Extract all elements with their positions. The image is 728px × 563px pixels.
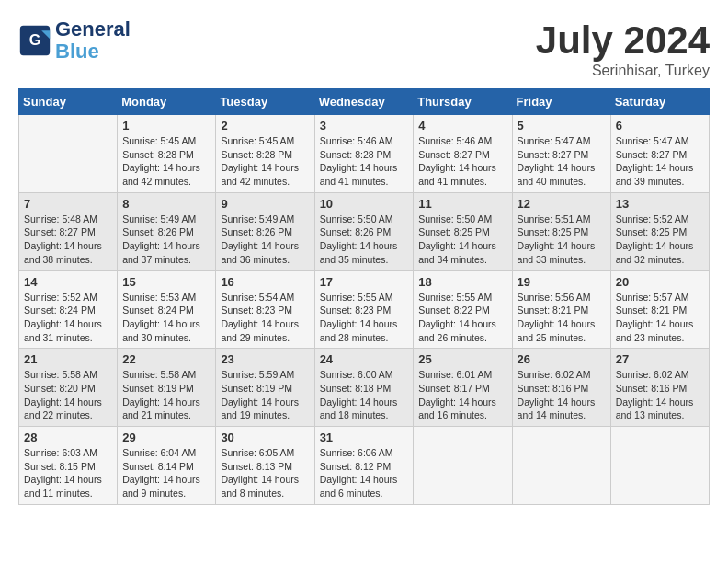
- day-number: 20: [616, 275, 704, 289]
- week-row-2: 7Sunrise: 5:48 AM Sunset: 8:27 PM Daylig…: [19, 192, 710, 270]
- week-row-1: 1Sunrise: 5:45 AM Sunset: 8:28 PM Daylig…: [19, 115, 710, 193]
- day-info: Sunrise: 5:58 AM Sunset: 8:19 PM Dayligh…: [122, 368, 210, 422]
- day-info: Sunrise: 5:47 AM Sunset: 8:27 PM Dayligh…: [616, 134, 704, 189]
- day-info: Sunrise: 6:06 AM Sunset: 8:12 PM Dayligh…: [320, 446, 409, 500]
- day-number: 25: [418, 352, 506, 366]
- day-number: 28: [24, 431, 112, 444]
- day-number: 30: [221, 431, 309, 444]
- calendar-table: SundayMondayTuesdayWednesdayThursdayFrid…: [18, 88, 710, 505]
- calendar-cell: 17Sunrise: 5:55 AM Sunset: 8:23 PM Dayli…: [314, 270, 414, 349]
- logo-text-blue: Blue: [55, 40, 131, 63]
- day-number: 12: [518, 197, 606, 211]
- day-info: Sunrise: 5:46 AM Sunset: 8:28 PM Dayligh…: [320, 134, 409, 189]
- day-info: Sunrise: 5:49 AM Sunset: 8:26 PM Dayligh…: [122, 213, 210, 267]
- day-info: Sunrise: 5:54 AM Sunset: 8:23 PM Dayligh…: [221, 291, 309, 345]
- day-number: 8: [122, 197, 210, 211]
- day-number: 10: [320, 197, 409, 211]
- calendar-cell: 31Sunrise: 6:06 AM Sunset: 8:12 PM Dayli…: [314, 427, 414, 505]
- calendar-cell: 7Sunrise: 5:48 AM Sunset: 8:27 PM Daylig…: [19, 192, 118, 270]
- day-number: 21: [24, 352, 112, 366]
- day-info: Sunrise: 5:48 AM Sunset: 8:27 PM Dayligh…: [24, 213, 112, 267]
- calendar-cell: [512, 427, 610, 505]
- day-number: 9: [221, 197, 309, 211]
- day-number: 27: [616, 352, 704, 366]
- week-row-4: 21Sunrise: 5:58 AM Sunset: 8:20 PM Dayli…: [19, 349, 710, 427]
- weekday-header-saturday: Saturday: [610, 89, 709, 115]
- weekday-header-thursday: Thursday: [414, 89, 512, 115]
- calendar-cell: 24Sunrise: 6:00 AM Sunset: 8:18 PM Dayli…: [314, 349, 414, 427]
- calendar-cell: 3Sunrise: 5:46 AM Sunset: 8:28 PM Daylig…: [314, 115, 414, 193]
- calendar-cell: 30Sunrise: 6:05 AM Sunset: 8:13 PM Dayli…: [216, 427, 314, 505]
- weekday-header-row: SundayMondayTuesdayWednesdayThursdayFrid…: [19, 89, 710, 115]
- day-number: 17: [320, 275, 409, 289]
- calendar-cell: [19, 115, 118, 193]
- calendar-cell: 2Sunrise: 5:45 AM Sunset: 8:28 PM Daylig…: [216, 115, 314, 193]
- day-info: Sunrise: 6:03 AM Sunset: 8:15 PM Dayligh…: [24, 446, 112, 500]
- day-info: Sunrise: 5:51 AM Sunset: 8:25 PM Dayligh…: [518, 213, 606, 267]
- calendar-cell: 15Sunrise: 5:53 AM Sunset: 8:24 PM Dayli…: [118, 270, 216, 349]
- calendar-cell: 11Sunrise: 5:50 AM Sunset: 8:25 PM Dayli…: [414, 192, 512, 270]
- calendar-cell: 12Sunrise: 5:51 AM Sunset: 8:25 PM Dayli…: [512, 192, 610, 270]
- day-number: 14: [24, 275, 112, 289]
- title-block: July 2024 Serinhisar, Turkey: [536, 18, 710, 79]
- page-header: G General Blue July 2024 Serinhisar, Tur…: [18, 18, 710, 79]
- weekday-header-tuesday: Tuesday: [216, 89, 314, 115]
- day-number: 23: [221, 352, 309, 366]
- day-number: 1: [122, 119, 210, 132]
- week-row-5: 28Sunrise: 6:03 AM Sunset: 8:15 PM Dayli…: [19, 427, 710, 505]
- calendar-cell: 23Sunrise: 5:59 AM Sunset: 8:19 PM Dayli…: [216, 349, 314, 427]
- calendar-cell: 28Sunrise: 6:03 AM Sunset: 8:15 PM Dayli…: [19, 427, 118, 505]
- day-info: Sunrise: 5:55 AM Sunset: 8:23 PM Dayligh…: [320, 291, 409, 345]
- day-info: Sunrise: 5:52 AM Sunset: 8:25 PM Dayligh…: [616, 213, 704, 267]
- weekday-header-friday: Friday: [512, 89, 610, 115]
- calendar-cell: 19Sunrise: 5:56 AM Sunset: 8:21 PM Dayli…: [512, 270, 610, 349]
- day-info: Sunrise: 5:46 AM Sunset: 8:27 PM Dayligh…: [418, 134, 506, 189]
- day-number: 11: [418, 197, 506, 211]
- logo: G General Blue: [18, 18, 131, 63]
- day-info: Sunrise: 5:58 AM Sunset: 8:20 PM Dayligh…: [24, 368, 112, 422]
- day-info: Sunrise: 6:02 AM Sunset: 8:16 PM Dayligh…: [518, 368, 606, 422]
- day-info: Sunrise: 6:05 AM Sunset: 8:13 PM Dayligh…: [221, 446, 309, 500]
- logo-icon: G: [18, 24, 51, 57]
- calendar-cell: [414, 427, 512, 505]
- day-info: Sunrise: 5:45 AM Sunset: 8:28 PM Dayligh…: [122, 134, 210, 189]
- day-info: Sunrise: 5:47 AM Sunset: 8:27 PM Dayligh…: [518, 134, 606, 189]
- day-info: Sunrise: 6:02 AM Sunset: 8:16 PM Dayligh…: [616, 368, 704, 422]
- week-row-3: 14Sunrise: 5:52 AM Sunset: 8:24 PM Dayli…: [19, 270, 710, 349]
- calendar-cell: 1Sunrise: 5:45 AM Sunset: 8:28 PM Daylig…: [118, 115, 216, 193]
- day-info: Sunrise: 6:00 AM Sunset: 8:18 PM Dayligh…: [320, 368, 409, 422]
- calendar-cell: 8Sunrise: 5:49 AM Sunset: 8:26 PM Daylig…: [118, 192, 216, 270]
- calendar-cell: 29Sunrise: 6:04 AM Sunset: 8:14 PM Dayli…: [118, 427, 216, 505]
- calendar-cell: [610, 427, 709, 505]
- day-info: Sunrise: 5:50 AM Sunset: 8:25 PM Dayligh…: [418, 213, 506, 267]
- day-number: 29: [122, 431, 210, 444]
- calendar-cell: 4Sunrise: 5:46 AM Sunset: 8:27 PM Daylig…: [414, 115, 512, 193]
- weekday-header-sunday: Sunday: [19, 89, 118, 115]
- calendar-cell: 21Sunrise: 5:58 AM Sunset: 8:20 PM Dayli…: [19, 349, 118, 427]
- day-info: Sunrise: 5:50 AM Sunset: 8:26 PM Dayligh…: [320, 213, 409, 267]
- calendar-cell: 16Sunrise: 5:54 AM Sunset: 8:23 PM Dayli…: [216, 270, 314, 349]
- calendar-cell: 18Sunrise: 5:55 AM Sunset: 8:22 PM Dayli…: [414, 270, 512, 349]
- day-number: 15: [122, 275, 210, 289]
- calendar-cell: 20Sunrise: 5:57 AM Sunset: 8:21 PM Dayli…: [610, 270, 709, 349]
- calendar-cell: 10Sunrise: 5:50 AM Sunset: 8:26 PM Dayli…: [314, 192, 414, 270]
- day-info: Sunrise: 5:59 AM Sunset: 8:19 PM Dayligh…: [221, 368, 309, 422]
- svg-text:G: G: [29, 32, 41, 49]
- day-number: 18: [418, 275, 506, 289]
- day-info: Sunrise: 6:01 AM Sunset: 8:17 PM Dayligh…: [418, 368, 506, 422]
- day-info: Sunrise: 5:57 AM Sunset: 8:21 PM Dayligh…: [616, 291, 704, 345]
- day-info: Sunrise: 5:56 AM Sunset: 8:21 PM Dayligh…: [518, 291, 606, 345]
- day-number: 5: [518, 119, 606, 132]
- day-number: 13: [616, 197, 704, 211]
- calendar-cell: 26Sunrise: 6:02 AM Sunset: 8:16 PM Dayli…: [512, 349, 610, 427]
- day-number: 19: [518, 275, 606, 289]
- calendar-cell: 22Sunrise: 5:58 AM Sunset: 8:19 PM Dayli…: [118, 349, 216, 427]
- calendar-cell: 13Sunrise: 5:52 AM Sunset: 8:25 PM Dayli…: [610, 192, 709, 270]
- day-info: Sunrise: 5:53 AM Sunset: 8:24 PM Dayligh…: [122, 291, 210, 345]
- day-number: 22: [122, 352, 210, 366]
- day-number: 26: [518, 352, 606, 366]
- day-info: Sunrise: 5:52 AM Sunset: 8:24 PM Dayligh…: [24, 291, 112, 345]
- day-number: 2: [221, 119, 309, 132]
- month-title: July 2024: [536, 18, 710, 63]
- calendar-cell: 27Sunrise: 6:02 AM Sunset: 8:16 PM Dayli…: [610, 349, 709, 427]
